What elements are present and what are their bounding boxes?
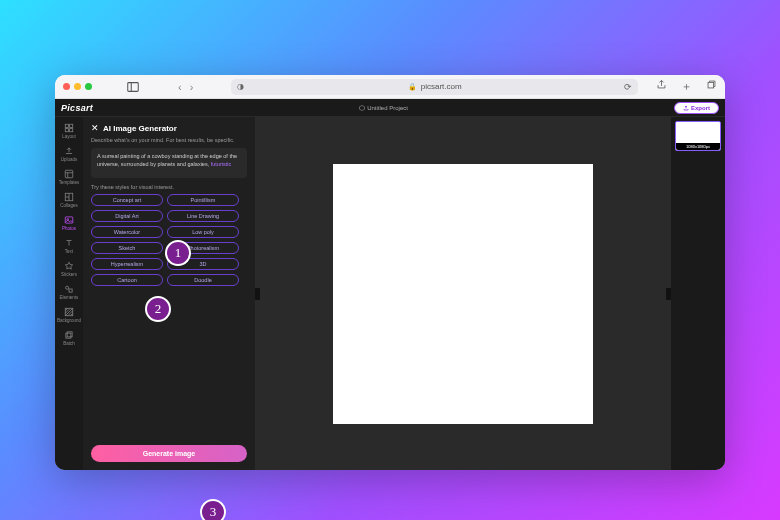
close-dot[interactable] xyxy=(63,83,70,90)
logo: Picsart xyxy=(61,103,93,113)
style-chip[interactable]: Sketch xyxy=(91,242,163,254)
prompt-input[interactable]: A surreal painting of a cowboy standing … xyxy=(91,148,247,178)
panel-title: AI Image Generator xyxy=(103,124,177,133)
style-help: Try these styles for visual interest. xyxy=(91,184,247,190)
generate-button[interactable]: Generate image xyxy=(91,445,247,462)
close-icon[interactable]: ✕ xyxy=(91,123,99,133)
ai-generator-panel: ✕ AI Image Generator Describe what's on … xyxy=(83,117,255,470)
canvas-handle-left[interactable] xyxy=(255,288,260,300)
svg-rect-5 xyxy=(65,129,68,132)
style-chip[interactable]: Watercolor xyxy=(91,226,163,238)
style-chip[interactable]: Cartoon xyxy=(91,274,163,286)
rail-text[interactable]: Text xyxy=(57,236,81,256)
style-chip[interactable]: Digital Art xyxy=(91,210,163,222)
zoom-dot[interactable] xyxy=(85,83,92,90)
page-thumbnail[interactable]: 1080x1080px xyxy=(675,121,721,151)
svg-rect-19 xyxy=(67,332,72,337)
pages-column: 1080x1080px xyxy=(671,117,725,470)
canvas-area xyxy=(255,117,671,470)
browser-window: ‹ › ◑ 🔒 picsart.com ⟳ ＋ Picsart Untitled… xyxy=(55,75,725,470)
rail-elements[interactable]: Elements xyxy=(57,282,81,302)
reload-icon[interactable]: ⟳ xyxy=(624,82,632,92)
svg-rect-13 xyxy=(65,217,73,223)
picsart-app: Picsart Untitled Project Export LayoutUp… xyxy=(55,99,725,470)
export-button[interactable]: Export xyxy=(674,102,719,114)
traffic-lights xyxy=(63,83,92,90)
lock-icon: 🔒 xyxy=(408,83,417,91)
back-icon[interactable]: ‹ xyxy=(178,81,182,93)
minimize-dot[interactable] xyxy=(74,83,81,90)
tabs-icon[interactable] xyxy=(706,79,717,94)
app-topbar: Picsart Untitled Project Export xyxy=(55,99,725,117)
rail-collages[interactable]: Collages xyxy=(57,190,81,210)
svg-rect-0 xyxy=(128,82,139,91)
style-chip[interactable]: Pointillism xyxy=(167,194,239,206)
left-rail: LayoutUploadsTemplatesCollagesPhotosText… xyxy=(55,117,83,470)
rail-background[interactable]: Background xyxy=(57,305,81,325)
svg-point-15 xyxy=(66,286,69,289)
callout-1: 1 xyxy=(165,240,191,266)
nav-arrows: ‹ › xyxy=(178,81,193,93)
svg-rect-2 xyxy=(708,82,714,88)
rail-templates[interactable]: Templates xyxy=(57,167,81,187)
rail-batch[interactable]: Batch xyxy=(57,328,81,348)
svg-rect-4 xyxy=(70,124,73,127)
style-chip[interactable]: Line Drawing xyxy=(167,210,239,222)
svg-rect-18 xyxy=(66,333,71,338)
style-chip[interactable]: Low poly xyxy=(167,226,239,238)
canvas[interactable] xyxy=(333,164,593,424)
svg-rect-6 xyxy=(70,129,73,132)
callout-2: 2 xyxy=(145,296,171,322)
url-host: picsart.com xyxy=(421,82,462,91)
svg-rect-16 xyxy=(69,289,72,292)
style-chip[interactable]: Hyperrealism xyxy=(91,258,163,270)
share-icon[interactable] xyxy=(656,79,667,94)
panel-subtitle: Describe what's on your mind. For best r… xyxy=(91,137,247,144)
svg-rect-3 xyxy=(65,124,68,127)
rail-layout[interactable]: Layout xyxy=(57,121,81,141)
style-chip[interactable]: Concept art xyxy=(91,194,163,206)
svg-rect-7 xyxy=(65,170,73,178)
rail-stickers[interactable]: Stickers xyxy=(57,259,81,279)
callout-3: 3 xyxy=(200,499,226,520)
project-title[interactable]: Untitled Project xyxy=(359,105,408,111)
canvas-handle-right[interactable] xyxy=(666,288,671,300)
forward-icon[interactable]: › xyxy=(190,81,194,93)
sidebar-toggle-icon[interactable] xyxy=(126,80,140,94)
rail-uploads[interactable]: Uploads xyxy=(57,144,81,164)
style-chips: Concept artPointillismDigital ArtLine Dr… xyxy=(91,194,247,286)
browser-chrome: ‹ › ◑ 🔒 picsart.com ⟳ ＋ xyxy=(55,75,725,99)
shield-icon: ◑ xyxy=(237,82,244,91)
thumb-size-label: 1080x1080px xyxy=(676,143,720,150)
new-tab-icon[interactable]: ＋ xyxy=(681,79,692,94)
style-chip[interactable]: Doodle xyxy=(167,274,239,286)
rail-photos[interactable]: Photos xyxy=(57,213,81,233)
address-bar[interactable]: ◑ 🔒 picsart.com ⟳ xyxy=(231,79,638,95)
